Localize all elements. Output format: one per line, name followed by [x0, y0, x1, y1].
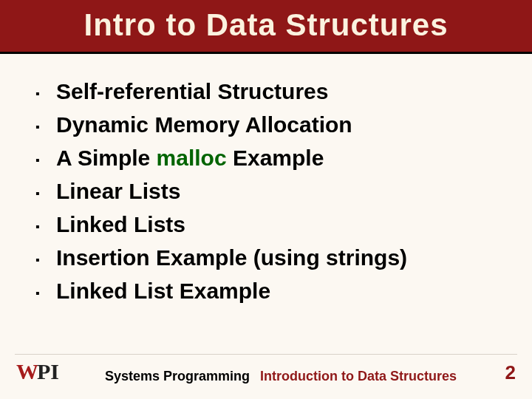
bullet-text-suffix: Example	[227, 146, 324, 170]
bullet-text: Dynamic Memory Allocation	[56, 112, 352, 137]
logo-pi: PI	[37, 359, 59, 384]
bullet-list: Self-referential Structures Dynamic Memo…	[35, 75, 501, 307]
footer-left-text: Systems Programming	[105, 369, 250, 384]
footer: WPI Systems Programming Introduction to …	[0, 359, 532, 384]
footer-center-text: Introduction to Data Structures	[260, 369, 457, 384]
content-area: Self-referential Structures Dynamic Memo…	[0, 54, 532, 307]
bullet-text: Linked Lists	[56, 212, 185, 236]
slide-title: Intro to Data Structures	[0, 7, 532, 43]
page-number: 2	[505, 361, 516, 384]
slide: Intro to Data Structures Self-referentia…	[0, 0, 532, 399]
list-item: Self-referential Structures	[35, 75, 501, 108]
bullet-keyword: malloc	[157, 146, 227, 170]
bullet-text: Linear Lists	[56, 179, 180, 203]
list-item: Linear Lists	[35, 174, 501, 208]
title-bar: Intro to Data Structures	[0, 0, 532, 54]
list-item: Dynamic Memory Allocation	[35, 108, 501, 141]
bullet-text: Self-referential Structures	[56, 79, 328, 103]
list-item: Insertion Example (using strings)	[35, 241, 501, 274]
footer-separator	[15, 354, 517, 355]
logo-w: W	[16, 359, 36, 384]
bullet-text: Linked List Example	[56, 279, 270, 303]
list-item: A Simple malloc Example	[35, 141, 501, 174]
list-item: Linked List Example	[35, 274, 501, 307]
bullet-text-prefix: A Simple	[56, 146, 157, 170]
wpi-logo: WPI	[16, 359, 59, 384]
list-item: Linked Lists	[35, 208, 501, 241]
bullet-text: Insertion Example (using strings)	[56, 245, 407, 270]
